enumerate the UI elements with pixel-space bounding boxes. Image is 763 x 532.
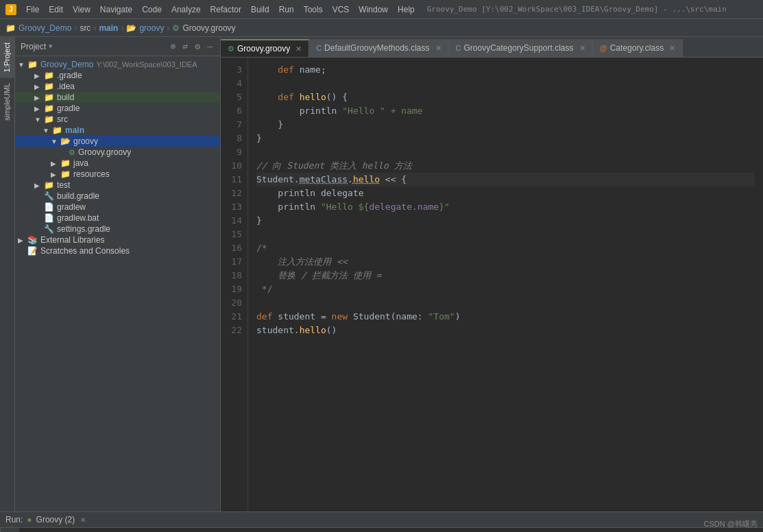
breadcrumb: 📁 Groovy_Demo › src › main › 📂 groovy › … — [0, 19, 763, 37]
panel-icon-collapse[interactable]: — — [205, 40, 215, 52]
tree-label: build.gradle — [57, 191, 99, 201]
code-line-21: def student = new Student(name: "Tom") — [256, 310, 755, 324]
code-line-7: } — [256, 118, 755, 132]
line-num-13: 13 — [221, 200, 247, 214]
editor-area: ⚙ Groovy.groovy ✕ C DefaultGroovyMethods… — [221, 37, 763, 511]
folder-icon: 📁 — [60, 169, 71, 179]
menu-edit[interactable]: Edit — [45, 3, 67, 16]
menu-run[interactable]: Run — [275, 3, 298, 16]
code-line-16: /* — [256, 241, 755, 255]
main-layout: 1:Project simpleUML Project ▾ ⊕ ⇄ ⚙ — ▼ … — [0, 37, 763, 511]
tree-label: settings.gradle — [57, 224, 110, 234]
menu-vcs[interactable]: VCS — [328, 3, 354, 16]
tree-item-groovy-file[interactable]: ▶ ⚙ Groovy.groovy — [15, 147, 220, 158]
tree-item-gradle2[interactable]: ▶ 📁 gradle — [15, 103, 220, 114]
menu-tools[interactable]: Tools — [300, 3, 327, 16]
tree-label: gradlew — [57, 202, 86, 212]
tree-label: src — [57, 114, 68, 124]
code-line-6: println "Hello " + name — [256, 104, 755, 118]
panel-icon-gear[interactable]: ⚙ — [193, 40, 202, 52]
code-editor: 3 4 5 6 7 8 9 10 11 12 13 14 15 16 17 18… — [221, 58, 763, 511]
console-output: "D:\Program Files\Java\jdk1.8.0_221\bin\… — [19, 528, 763, 532]
menu-refactor[interactable]: Refactor — [206, 3, 245, 16]
menu-code[interactable]: Code — [138, 3, 166, 16]
tree-item-build[interactable]: ▶ 📁 build — [15, 92, 220, 103]
tree-item-resources[interactable]: ▶ 📁 resources — [15, 169, 220, 180]
tree-item-idea[interactable]: ▶ 📁 .idea — [15, 81, 220, 92]
breadcrumb-src[interactable]: src — [80, 23, 90, 33]
tree-item-gradle[interactable]: ▶ 📁 .gradle — [15, 70, 220, 81]
line-num-18: 18 — [221, 269, 247, 282]
folder-icon: 📁 — [27, 60, 38, 69]
tree-item-src[interactable]: ▼ 📁 src — [15, 114, 220, 125]
menu-analyze[interactable]: Analyze — [167, 3, 205, 16]
tab-groovy-category-close[interactable]: ✕ — [579, 44, 585, 53]
tab-groovy-close[interactable]: ✕ — [295, 45, 302, 53]
tree-path: Y:\002_WorkSpace\003_IDEA — [96, 60, 197, 69]
tree-item-groovy-dir[interactable]: ▼ 📂 groovy — [15, 136, 220, 147]
menu-window[interactable]: Window — [354, 3, 392, 16]
code-line-13: println "Hello ${delegate.name}" — [256, 200, 755, 214]
tree-label: Scratches and Consoles — [40, 246, 130, 256]
menu-file[interactable]: File — [22, 3, 43, 16]
run-tab-label[interactable]: Groovy (2) — [36, 515, 75, 524]
code-content[interactable]: def name; def hello() { println "Hello "… — [248, 58, 763, 511]
breadcrumb-file[interactable]: Groovy.groovy — [182, 23, 235, 33]
tree-label: .gradle — [57, 71, 82, 80]
arrow-icon: ▶ — [51, 160, 59, 167]
console-toolbar: ▶ ■ ↑ ↓ 📷 ↩ 📌 🗑 — [0, 528, 19, 532]
tree-item-main[interactable]: ▼ 📁 main — [15, 125, 220, 136]
run-label-bar: Run: ● Groovy (2) ✕ — [0, 512, 763, 528]
line-num-17: 17 — [221, 255, 247, 269]
tree-item-settings-gradle[interactable]: ▶ 🔧 settings.gradle — [15, 223, 220, 234]
line-num-11: 11 — [221, 173, 247, 186]
menu-build[interactable]: Build — [247, 3, 274, 16]
tab-default-groovy[interactable]: C DefaultGroovyMethods.class ✕ — [309, 39, 448, 57]
line-num-21: 21 — [221, 310, 247, 324]
tree-item-java[interactable]: ▶ 📁 java — [15, 158, 220, 169]
tree-item-test[interactable]: ▶ 📁 test — [15, 180, 220, 191]
tree-item-ext-libs[interactable]: ▶ 📚 External Libraries — [15, 234, 220, 245]
tree-label: build — [57, 93, 74, 102]
menu-navigate[interactable]: Navigate — [96, 3, 136, 16]
tree-item-gradlew[interactable]: ▶ 📄 gradlew — [15, 202, 220, 213]
tab-groovy-category[interactable]: C GroovyCategorySupport.class ✕ — [449, 39, 593, 57]
tab-groovy-label: Groovy.groovy — [237, 44, 290, 53]
code-line-14: } — [256, 214, 755, 228]
arrow-icon: ▶ — [34, 72, 43, 80]
tree-item-gradlew-bat[interactable]: ▶ 📄 gradlew.bat — [15, 213, 220, 223]
tab-category[interactable]: @ Category.class ✕ — [593, 39, 683, 57]
tree-label: gradlew.bat — [57, 213, 99, 223]
menu-view[interactable]: View — [69, 3, 95, 16]
code-line-3: def name; — [256, 63, 755, 77]
line-num-8: 8 — [221, 132, 247, 145]
panel-icon-sync[interactable]: ⇄ — [181, 40, 191, 52]
breadcrumb-project-icon: 📁 — [5, 23, 16, 33]
tab-category-close[interactable]: ✕ — [669, 44, 675, 53]
tree-label: Groovy.groovy — [78, 147, 131, 157]
code-line-20 — [256, 296, 755, 310]
breadcrumb-project[interactable]: Groovy_Demo — [19, 23, 71, 33]
window-path: Groovy_Demo [Y:\002_WorkSpace\003_IDEA\G… — [427, 5, 727, 14]
arrow-icon: ▶ — [34, 182, 43, 189]
menu-help[interactable]: Help — [393, 3, 419, 16]
tab-groovy[interactable]: ⚙ Groovy.groovy ✕ — [221, 39, 309, 57]
tab-groovy-category-label: GroovyCategorySupport.class — [463, 43, 573, 53]
tree-item-scratches[interactable]: ▶ 📝 Scratches and Consoles — [15, 245, 220, 256]
project-panel-header: Project ▾ ⊕ ⇄ ⚙ — — [15, 37, 220, 56]
run-tab-close[interactable]: ✕ — [80, 516, 86, 524]
scratches-icon: 📝 — [27, 246, 38, 256]
code-line-4 — [256, 77, 755, 90]
tab-default-groovy-close[interactable]: ✕ — [435, 44, 441, 53]
tree-item-build-gradle[interactable]: ▶ 🔧 build.gradle — [15, 191, 220, 202]
panel-icon-plus[interactable]: ⊕ — [169, 40, 178, 52]
arrow-icon: ▶ — [51, 171, 59, 178]
side-tab-project[interactable]: 1:Project — [0, 37, 14, 77]
side-tab-simpleuml[interactable]: simpleUML — [0, 77, 14, 126]
panel-dropdown-arrow[interactable]: ▾ — [49, 42, 53, 51]
breadcrumb-main[interactable]: main — [99, 23, 118, 33]
line-num-7: 7 — [221, 118, 247, 132]
tree-item-root[interactable]: ▼ 📁 Groovy_Demo Y:\002_WorkSpace\003_IDE… — [15, 59, 220, 70]
breadcrumb-groovy[interactable]: groovy — [139, 23, 164, 33]
line-num-15: 15 — [221, 228, 247, 241]
